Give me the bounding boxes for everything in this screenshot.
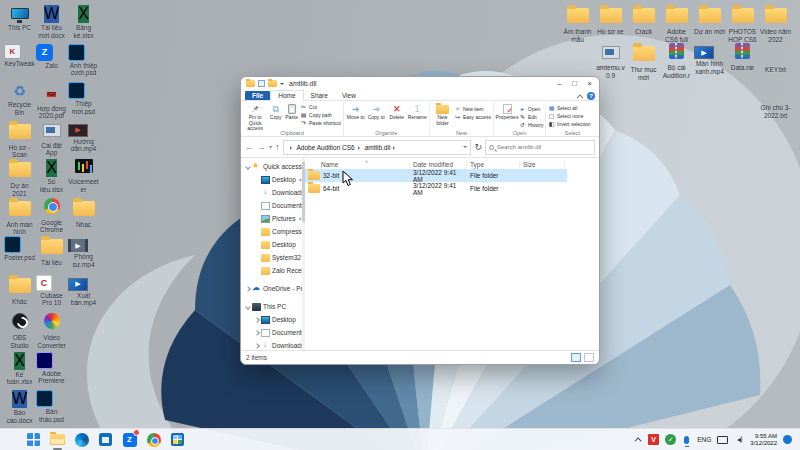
large-icons-view-button[interactable] (584, 353, 594, 362)
refresh-button[interactable]: ↻ (474, 142, 482, 152)
select-all-button[interactable]: ▦Select all (548, 104, 591, 111)
forward-button[interactable]: → (257, 143, 266, 152)
tab-file[interactable]: File (245, 91, 270, 100)
sidebar-item-compressed[interactable]: Compressed (241, 225, 305, 238)
invert-selection-button[interactable]: ◧Invert selection (548, 120, 591, 127)
desktop-icon-pdf[interactable]: Hợp đồng 2020.pdf (36, 82, 67, 120)
paste-button[interactable]: Paste (284, 103, 299, 132)
pin-to-quick-access-button[interactable]: 📌︎Pin to Quick access (243, 103, 267, 132)
qat-new-folder-icon[interactable] (268, 80, 277, 87)
sidebar-item-onedrive-perso[interactable]: OneDrive - Perso (241, 282, 305, 295)
sidebar-item-system32[interactable]: System32 (241, 251, 305, 264)
taskbar-start-icon[interactable] (26, 432, 41, 447)
copy-to-button[interactable]: ➜Copy to (367, 103, 387, 129)
tray-overflow-chevron-icon[interactable] (635, 437, 642, 444)
recent-locations-caret-icon[interactable]: ▾ (269, 143, 272, 152)
desktop-icon-pr[interactable]: Adobe Premiere Pro (36, 352, 67, 385)
desktop-icon-folder[interactable]: Dự án mới (694, 5, 725, 36)
desktop-icon-bin[interactable]: ♻Recycle Bin (4, 82, 35, 116)
desktop-icon-vid[interactable]: ▶Xuất bản.mp4 (68, 275, 99, 307)
sidebar-item-pictures[interactable]: Pictures✦ (241, 212, 305, 225)
column-type[interactable]: Type (467, 161, 520, 168)
desktop-icon-excel[interactable]: Số liệu.xlsx (36, 159, 67, 193)
column-name[interactable]: Name˄ (305, 161, 410, 168)
desktop-icon-note[interactable]: Ghi chú 3-2022.txt (760, 81, 791, 119)
desktop-icon-setup[interactable]: amtemu.v0.9 (595, 43, 626, 79)
clock[interactable]: 9:55 AM 3/12/2022 (750, 433, 777, 447)
desktop-icon-eq[interactable]: Voicemeeter (68, 159, 99, 193)
desktop-icon-excel[interactable]: Kế toán.xlsx (4, 352, 35, 386)
copy-path-button[interactable]: ▤Copy path (300, 111, 341, 118)
desktop-icon-film[interactable]: ▶Phóng sự.mp4 (68, 236, 99, 268)
desktop-icon-folder[interactable]: Tài liệu (36, 236, 67, 267)
rename-button[interactable]: ⌶Rename (408, 103, 428, 129)
desktop-icon-vid[interactable]: ▶Màn hình xanh.mp4 (694, 43, 725, 75)
desktop-icon-excel[interactable]: Bảng kê.xlsx (68, 5, 99, 39)
desktop-icon-word[interactable]: Tài liệu mới.docx (36, 5, 67, 39)
desktop-icon-folder[interactable]: Thư mục mới (628, 43, 659, 81)
desktop-icon-psd[interactable]: Thiệp mời.psd (68, 82, 99, 115)
desktop-icon-pc[interactable]: This PC (4, 5, 35, 32)
qat-properties-icon[interactable] (258, 80, 265, 87)
desktop-icon-setup[interactable]: Cài đặt App (36, 121, 67, 157)
taskbar-zalo-icon[interactable]: Z (122, 432, 137, 447)
tab-share[interactable]: Share (304, 91, 335, 100)
breadcrumb-item-current[interactable]: amtlib.dll (365, 144, 391, 151)
cast-tray-icon[interactable] (717, 436, 728, 444)
desktop-icon-psd[interactable]: Ảnh thiệp cưới.psd (68, 44, 99, 77)
desktop-icon-zalo[interactable]: ZZalo (36, 44, 67, 70)
back-button[interactable]: ← (245, 143, 254, 152)
cut-button[interactable]: ✂Cut (300, 103, 341, 110)
desktop-icon-folder[interactable]: Video năm 2022 (760, 5, 791, 43)
sidebar-item-quick-access[interactable]: Quick access (241, 160, 305, 173)
edit-button[interactable]: ✎Edit (519, 113, 544, 120)
title-bar[interactable]: amtlib.dll – □ × (241, 77, 599, 90)
desktop-icon-keys[interactable]: KKeyTweak (4, 44, 35, 68)
desktop-icon-folder[interactable]: Ảnh màn hình (4, 198, 35, 236)
close-button[interactable]: × (582, 78, 597, 90)
microphone-tray-icon[interactable] (684, 436, 689, 444)
desktop-icon-folder[interactable]: Hồ sơ xe (595, 5, 626, 36)
taskbar-store-icon[interactable] (98, 432, 113, 447)
desktop-icon-obs[interactable]: OBS Studio (4, 313, 35, 349)
minimize-button[interactable]: – (552, 78, 567, 90)
taskbar-explorer-icon[interactable] (50, 432, 65, 447)
qat-customize-caret-icon[interactable] (280, 83, 284, 87)
desktop-icon-folder[interactable]: Adobe CS6 full (661, 5, 692, 43)
select-none-button[interactable]: ▢Select none (548, 112, 591, 119)
help-icon[interactable]: ? (587, 92, 595, 100)
notification-badge-icon[interactable] (783, 435, 792, 444)
delete-button[interactable]: ✕Delete (387, 103, 407, 129)
taskbar-chrome-icon[interactable] (146, 432, 161, 447)
sidebar-item-downloads[interactable]: Downloads✦ (241, 186, 305, 199)
easy-access-button[interactable]: ↪Easy access (454, 113, 491, 120)
desktop-icon-folder[interactable]: Dự án 2021 (4, 159, 35, 197)
desktop-icon-vidred[interactable]: ▶Hướng dẫn.mp4 (68, 121, 99, 153)
sidebar-item-desktop[interactable]: Desktop (241, 238, 305, 251)
desktop-icon-folder[interactable]: Nhạc (68, 198, 99, 229)
new-folder-button[interactable]: New folder (432, 103, 453, 129)
open-button[interactable]: ▸Open (519, 105, 544, 112)
taskbar-grid-icon[interactable] (170, 432, 185, 447)
new-item-button[interactable]: ✧New item (454, 105, 491, 112)
desktop-icon-folder[interactable]: Hồ sơ - Scan (4, 121, 35, 159)
up-button[interactable]: ↑ (275, 143, 280, 152)
taskbar-edge-icon[interactable] (74, 432, 89, 447)
breadcrumb[interactable]: Adobe Audition CS6 amtlib.dll (283, 140, 472, 155)
quick-access-toolbar[interactable] (258, 80, 284, 87)
desktop-icon-psd[interactable]: Poster.psd (4, 236, 35, 262)
desktop-icon-note[interactable]: KEY.txt (760, 43, 791, 74)
sidebar-item-desktop[interactable]: Desktop✦ (241, 173, 305, 186)
breadcrumb-item-parent[interactable]: Adobe Audition CS6 (297, 144, 355, 151)
tab-home[interactable]: Home (270, 90, 303, 101)
desktop-icon-wheel[interactable]: Video Converter (36, 313, 67, 349)
column-size[interactable]: Size (520, 161, 565, 168)
desktop-icon-folder[interactable]: Crack (628, 5, 659, 36)
desktop-icon-cubase[interactable]: CCubase Pro 10 (36, 275, 67, 307)
properties-button[interactable]: Properties (496, 103, 518, 129)
paste-shortcut-button[interactable]: ↷Paste shortcut (300, 119, 341, 126)
desktop-icon-folder[interactable]: Âm thanh mẫu (562, 5, 593, 43)
desktop-icon-psd[interactable]: Bản thảo.psd (36, 390, 67, 423)
sidebar-item-this-pc[interactable]: This PC (241, 300, 305, 313)
desktop-icon-chrome[interactable]: Google Chrome (36, 198, 67, 234)
